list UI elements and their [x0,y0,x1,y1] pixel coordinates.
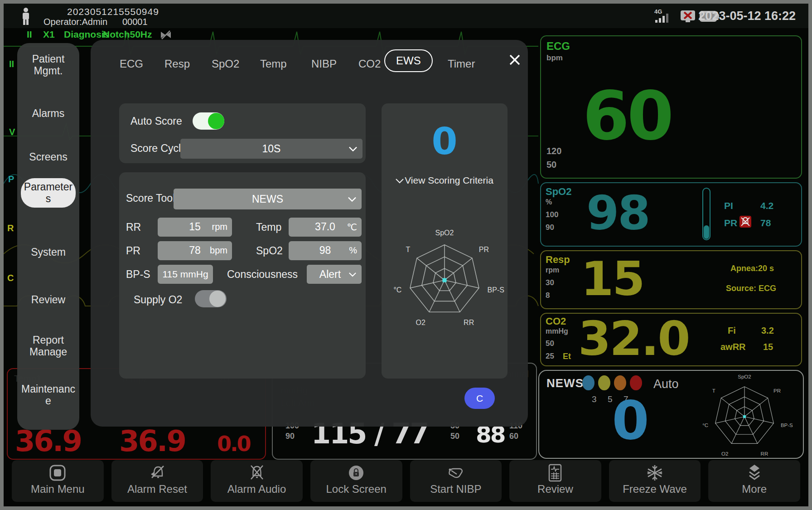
score-cycle-label: Score Cycle [130,142,187,155]
spo2-value: 98 [586,185,649,241]
tab-resp[interactable]: Resp [162,53,193,74]
alarm-audio-button[interactable]: Alarm Audio [211,460,303,502]
apnea-setting: Apnea:20 s [730,264,774,273]
pr-label: PR [724,218,737,228]
sidebar-item-screens[interactable]: Screens [21,151,76,163]
rr-input[interactable]: 15 rpm [158,218,232,237]
auto-score-toggle[interactable] [193,112,224,130]
pacer-off-icon [160,30,172,40]
freeze-wave-button[interactable]: Freeze Wave [609,460,701,502]
news-tile[interactable]: NEWS 3 5 7 Auto 0 SpO2PRBP-SRRO2°CT [538,370,804,459]
start-nibp-button[interactable]: Start NIBP [410,460,502,502]
sidebar-item-system[interactable]: System [21,246,76,258]
monitor-screen: 2023051215550949 Operator:Admin 00001 4G… [0,0,812,510]
close-icon[interactable] [508,53,521,66]
spo2-input[interactable]: 98 % [289,241,362,260]
spo2-unit: % [349,245,357,256]
confirm-button[interactable]: C [464,388,495,409]
main-menu-button[interactable]: Main Menu [12,460,104,502]
bps-value: 115 mmHg [158,269,213,280]
resp-tile-title: Resp [546,254,570,266]
pr-alarm-off-icon [740,216,751,228]
ews-score-value: 0 [382,120,508,163]
view-scoring-criteria-link[interactable]: View Scoring Criteria [382,175,508,186]
wave-label-resp: R [7,223,14,233]
sidebar-item-review[interactable]: Review [21,294,76,306]
pr-value: 78 [760,218,771,228]
sidebar-item-patient-mgmt[interactable]: Patient Mgmt. [21,53,76,77]
svg-text:°C: °C [702,423,708,428]
co2-tile[interactable]: CO2 mmHg 50 25 Et 32.0 Fi 3.2 awRR 15 [540,313,802,366]
svg-text:BP-S: BP-S [781,423,793,428]
resp-tile[interactable]: Resp rpm 30 8 15 Apnea:20 s Source: ECG [540,250,802,309]
score-tool-label: Score Tool [126,192,175,204]
temp-input[interactable]: 37.0 ℃ [289,218,362,237]
tab-temp[interactable]: Temp [257,53,290,74]
svg-text:T: T [712,388,715,393]
supply-o2-label: Supply O2 [134,294,182,306]
settings-sidebar: Patient Mgmt. Alarms Screens Parameters … [17,43,79,430]
consciousness-select[interactable]: Alert [307,265,362,284]
et-label: Et [563,352,571,361]
news-threshold-3: 3 [592,394,597,404]
svg-text:PR: PR [773,388,781,393]
lock-screen-button[interactable]: Lock Screen [310,460,402,502]
news-dot-low [582,375,594,390]
chevron-down-icon [396,179,404,184]
score-tool-select[interactable]: NEWS [174,189,362,209]
alarm-reset-icon [148,464,166,482]
svg-text:RR: RR [761,451,768,457]
review-button[interactable]: Review [509,460,601,502]
sidebar-item-maintenance[interactable]: Maintenance [21,383,76,407]
supply-o2-toggle[interactable] [195,290,227,307]
chevron-down-icon [348,197,356,202]
tab-spo2[interactable]: SpO2 [209,53,242,74]
co2-low-limit: 25 [546,352,554,361]
co2-value: 32.0 [578,311,689,366]
news-dot-high [614,375,626,390]
auto-score-section: Auto Score Score Cycle 10S [119,103,366,163]
sidebar-item-report-manage[interactable]: Report Manage [21,334,76,358]
temp2-value: 36.9 [119,424,185,458]
tab-timer[interactable]: Timer [445,53,478,74]
resp-high-limit: 30 [546,278,554,287]
resp-source: Source: ECG [726,284,776,293]
chevron-down-icon [349,147,357,152]
wave-label-ecg1: II [9,59,14,69]
bps-label: BP-S [126,268,150,281]
tab-nibp[interactable]: NIBP [309,53,339,74]
tab-ews[interactable]: EWS [384,49,433,72]
pi-label: PI [724,200,733,211]
wave-label-co2: C [7,273,14,283]
awrr-label: awRR [720,342,746,352]
tab-ecg[interactable]: ECG [117,53,146,74]
news-score-value: 0 [607,389,652,452]
pr-label: PR [126,245,140,257]
score-cycle-select[interactable]: 10S [180,139,362,159]
sidebar-item-parameters[interactable]: Parameters [21,178,76,208]
pr-unit: bpm [210,245,227,256]
ecg-tile[interactable]: ECG bpm 60 120 50 [540,35,802,179]
fi-label: Fi [728,325,736,336]
tab-co2[interactable]: CO2 [356,53,383,74]
news-tile-title: NEWS [546,376,584,390]
bottom-toolbar: Main Menu Alarm Reset Alarm Audio [7,459,805,503]
pr-input[interactable]: 78 bpm [158,241,232,260]
pi-value: 4.2 [760,200,773,211]
co2-tile-unit: mmHg [546,327,568,335]
more-button[interactable]: More [708,460,800,502]
alarm-audio-off-icon [248,464,266,482]
wave-label-pleth: P [8,174,14,185]
temp-label: Temp [256,221,281,233]
alarm-reset-button[interactable]: Alarm Reset [111,460,203,502]
news-dot-medium [598,375,610,390]
bps-input[interactable]: 115 mmHg [158,265,213,284]
spo2-tile[interactable]: SpO2 % 100 90 98 PI 4.2 PR 78 [540,182,802,247]
svg-text:SpO2: SpO2 [738,374,751,379]
nibp-cuff-icon [446,464,466,482]
sidebar-item-alarms[interactable]: Alarms [21,107,76,119]
score-panel: 0 View Scoring Criteria SpO2PRBP-SRRO2°C… [382,103,508,379]
spo2-tile-title: SpO2 [546,186,571,198]
temp-unit: ℃ [347,222,357,233]
svg-text:°C: °C [393,286,401,294]
